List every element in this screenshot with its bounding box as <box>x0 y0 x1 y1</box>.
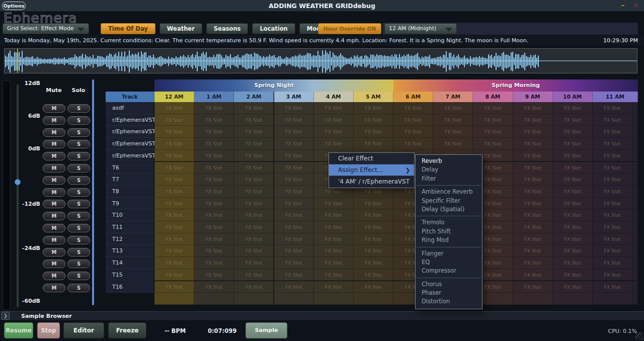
fx-slot-cell[interactable]: FX Slot <box>593 150 632 162</box>
fx-slot-cell[interactable]: FX Slot <box>513 257 553 269</box>
fx-slot-cell[interactable]: FX Slot <box>154 102 194 114</box>
fx-slot-cell[interactable]: FX Slot <box>234 281 274 293</box>
solo-button-row12[interactable]: S <box>67 236 90 244</box>
track-row-label[interactable]: T15 <box>106 269 154 281</box>
fx-slot-cell[interactable]: FX Slot <box>194 281 234 293</box>
fx-slot-cell[interactable]: FX Slot <box>593 138 632 150</box>
fx-slot-cell[interactable]: FX Slot <box>234 209 274 221</box>
fx-slot-cell[interactable] <box>593 293 632 305</box>
fx-slot-cell[interactable]: FX Slot <box>513 269 553 281</box>
fx-slot-cell[interactable]: FX Slot <box>513 198 553 210</box>
fx-slot-cell[interactable]: FX Slot <box>593 281 632 293</box>
fx-slot-cell[interactable]: FX Slot <box>513 126 553 138</box>
fx-slot-cell[interactable]: FX Slot <box>553 162 593 174</box>
effect-option-flanger[interactable]: Flanger <box>416 249 482 258</box>
resize-grip-icon[interactable] <box>635 332 643 340</box>
fx-slot-cell[interactable]: FX Slot <box>194 150 234 162</box>
fx-slot-cell[interactable]: FX Slot <box>194 174 234 186</box>
fx-slot-cell[interactable]: FX Slot <box>194 198 234 210</box>
fx-slot-cell[interactable]: FX Slot <box>234 186 274 198</box>
fx-slot-cell[interactable]: FX Slot <box>194 102 234 114</box>
effect-option-ambience-reverb[interactable]: Ambience Reverb <box>416 188 482 196</box>
fx-slot-cell[interactable]: FX Slot <box>314 138 354 150</box>
fx-slot-cell-partial[interactable] <box>632 126 638 138</box>
master-volume-slider[interactable] <box>17 84 19 307</box>
fx-slot-cell[interactable]: FX Slot <box>274 174 314 186</box>
sample-browser-button[interactable]: Sample Browser <box>246 322 287 338</box>
mute-button-row1[interactable]: M <box>43 104 65 113</box>
fx-slot-cell[interactable]: FX Slot <box>553 114 593 126</box>
fx-slot-cell[interactable]: FX Slot <box>194 209 234 221</box>
effect-option-ring-mod[interactable]: Ring Mod <box>416 236 482 244</box>
fx-slot-cell-partial[interactable] <box>632 245 638 257</box>
fx-slot-cell[interactable] <box>354 293 393 305</box>
fx-slot-cell[interactable]: FX Slot <box>234 245 274 257</box>
fx-slot-cell[interactable]: FX Slot <box>234 126 274 138</box>
track-row-label[interactable]: T7 <box>106 174 154 186</box>
fx-slot-cell[interactable]: FX Slot <box>194 245 234 257</box>
fx-slot-cell[interactable]: FX Slot <box>553 221 593 233</box>
fx-slot-cell[interactable] <box>553 293 593 305</box>
fx-slot-cell[interactable]: FX Slot <box>593 174 632 186</box>
hour-header-3-am[interactable]: 3 AM <box>274 92 314 102</box>
fx-slot-cell[interactable]: FX Slot <box>274 198 314 210</box>
fx-slot-cell[interactable]: FX Slot <box>553 138 593 150</box>
fx-slot-cell[interactable]: FX Slot <box>473 102 513 114</box>
fx-slot-cell[interactable]: FX Slot <box>553 126 593 138</box>
fx-slot-cell[interactable]: FX Slot <box>433 138 473 150</box>
fx-slot-cell[interactable]: FX Slot <box>473 126 513 138</box>
grid-select-dropdown[interactable]: Grid Select: Effect Mode <box>3 23 89 34</box>
fx-slot-cell[interactable]: FX Slot <box>393 138 433 150</box>
fx-slot-cell[interactable]: FX Slot <box>513 186 553 198</box>
track-row-label[interactable]: T10 <box>106 209 154 221</box>
waveform-display[interactable] <box>4 48 637 73</box>
fx-slot-cell[interactable]: FX Slot <box>513 162 553 174</box>
tab-weather[interactable]: Weather <box>159 23 202 34</box>
mute-button-row11[interactable]: M <box>43 224 65 232</box>
hour-header-2-am[interactable]: 2 AM <box>234 92 274 102</box>
fx-slot-cell[interactable]: FX Slot <box>553 269 593 281</box>
fx-slot-cell[interactable]: FX Slot <box>553 281 593 293</box>
fx-slot-cell[interactable]: FX Slot <box>194 221 234 233</box>
effect-option-eq[interactable]: EQ <box>416 258 482 267</box>
fx-slot-cell[interactable]: FX Slot <box>154 209 194 221</box>
mute-button-row16[interactable]: M <box>43 284 65 292</box>
fx-slot-cell[interactable]: FX Slot <box>354 245 393 257</box>
mute-button-row3[interactable]: M <box>43 128 65 137</box>
fx-slot-cell[interactable]: FX Slot <box>473 114 513 126</box>
fx-slot-cell[interactable]: FX Slot <box>234 198 274 210</box>
fx-slot-cell-partial[interactable] <box>632 186 638 198</box>
fx-slot-cell[interactable]: FX Slot <box>354 114 393 126</box>
fx-slot-cell[interactable]: FX Slot <box>314 233 354 245</box>
fx-slot-cell-partial[interactable] <box>632 114 638 126</box>
effect-option-distortion[interactable]: Distortion <box>416 297 482 306</box>
fx-slot-cell[interactable]: FX Slot <box>513 150 553 162</box>
hour-header-4-am[interactable]: 4 AM <box>314 92 354 102</box>
fx-slot-cell[interactable]: FX Slot <box>194 257 234 269</box>
effect-option-tremolo[interactable]: Tremolo <box>416 218 482 227</box>
solo-button-row7[interactable]: S <box>67 176 90 185</box>
hour-header-6-am[interactable]: 6 AM <box>393 92 433 102</box>
mute-button-row12[interactable]: M <box>43 236 65 244</box>
effect-option-chorus[interactable]: Chorus <box>416 280 482 289</box>
context-menu-item-assign-effect[interactable]: Assign Effect...❯ <box>329 164 414 176</box>
close-icon[interactable]: ✕ <box>631 1 641 11</box>
fx-slot-cell[interactable]: FX Slot <box>234 150 274 162</box>
fx-slot-cell[interactable]: FX Slot <box>194 233 234 245</box>
track-row-label[interactable]: r/EphemeraVST <box>106 126 154 138</box>
solo-button-row4[interactable]: S <box>67 140 90 148</box>
fx-slot-cell[interactable]: FX Slot <box>593 269 632 281</box>
mute-button-row13[interactable]: M <box>43 248 65 257</box>
fx-slot-cell[interactable]: FX Slot <box>354 209 393 221</box>
hour-header-11-am[interactable]: 11 AM <box>593 92 638 102</box>
mute-button-row7[interactable]: M <box>43 176 65 185</box>
fx-slot-cell[interactable]: FX Slot <box>274 186 314 198</box>
fx-slot-cell[interactable]: FX Slot <box>354 138 393 150</box>
fx-slot-cell-partial[interactable] <box>632 102 638 114</box>
solo-button-row11[interactable]: S <box>67 224 90 232</box>
fx-slot-cell[interactable]: FX Slot <box>314 102 354 114</box>
fx-slot-cell[interactable]: FX Slot <box>354 269 393 281</box>
fx-slot-cell[interactable]: FX Slot <box>314 269 354 281</box>
mute-button-row10[interactable]: M <box>43 212 65 220</box>
fx-slot-cell[interactable]: FX Slot <box>553 198 593 210</box>
